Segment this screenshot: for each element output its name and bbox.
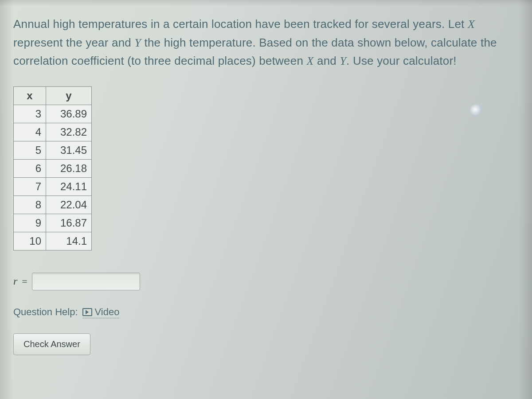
table-row: 822.04	[14, 196, 92, 214]
decorative-top-shadow	[0, 0, 532, 6]
table-row: 432.82	[14, 123, 92, 141]
table-row: 916.87	[14, 214, 92, 232]
cell-y: 36.89	[46, 105, 92, 123]
decorative-vignette	[519, 0, 532, 399]
table-row: 336.89	[14, 105, 92, 123]
cell-y: 22.04	[46, 196, 92, 214]
prompt-text: . Use your calculator!	[346, 54, 457, 67]
cell-y: 24.11	[46, 177, 92, 196]
data-table: x y 336.89 432.82 531.45 626.18 724.11 8…	[13, 86, 92, 250]
variable-y: Y	[134, 36, 141, 49]
cell-y: 32.82	[46, 123, 92, 141]
decorative-flare	[470, 104, 483, 117]
question-help-row: Question Help: Video	[13, 306, 519, 318]
cell-y: 16.87	[46, 214, 92, 232]
table-row: 626.18	[14, 159, 92, 177]
answer-row: r =	[13, 273, 519, 290]
cell-x: 10	[14, 232, 46, 250]
variable-x: X	[468, 18, 475, 31]
col-header-x: x	[14, 86, 46, 105]
decorative-vignette	[0, 0, 13, 399]
equals-sign: =	[22, 276, 27, 287]
variable-y: Y	[340, 55, 346, 67]
check-answer-button[interactable]: Check Answer	[13, 333, 90, 355]
table-row: 1014.1	[14, 232, 92, 250]
prompt-text: represent the year and	[13, 36, 134, 49]
cell-x: 8	[14, 196, 46, 214]
cell-x: 3	[14, 105, 46, 123]
col-header-y: y	[46, 86, 92, 105]
cell-y: 14.1	[46, 232, 92, 250]
cell-x: 5	[14, 141, 46, 159]
video-link-text: Video	[95, 306, 120, 318]
question-prompt: Annual high temperatures in a certain lo…	[13, 15, 519, 70]
video-icon	[82, 308, 92, 316]
cell-y: 31.45	[46, 141, 92, 159]
table-row: 724.11	[14, 177, 92, 196]
prompt-text: and	[314, 54, 340, 67]
question-help-label: Question Help:	[13, 306, 78, 318]
cell-x: 7	[14, 177, 46, 196]
cell-x: 4	[14, 123, 46, 141]
table-body: 336.89 432.82 531.45 626.18 724.11 822.0…	[14, 105, 92, 250]
correlation-input[interactable]	[32, 273, 140, 290]
cell-x: 9	[14, 214, 46, 232]
table-header-row: x y	[14, 86, 92, 105]
prompt-text: Annual high temperatures in a certain lo…	[13, 17, 468, 31]
table-row: 531.45	[14, 141, 92, 159]
variable-x: X	[306, 55, 313, 67]
answer-variable-r: r	[13, 275, 17, 287]
cell-y: 26.18	[46, 159, 92, 177]
question-page: Annual high temperatures in a certain lo…	[0, 0, 532, 399]
cell-x: 6	[14, 159, 46, 177]
video-help-link[interactable]: Video	[82, 306, 120, 318]
